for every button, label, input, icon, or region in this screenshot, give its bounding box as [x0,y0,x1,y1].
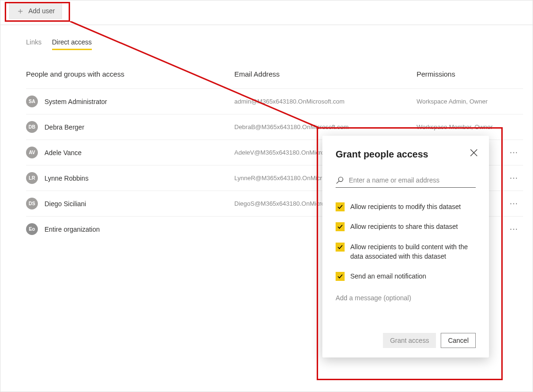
tab-links[interactable]: Links [26,38,42,50]
checkbox[interactable] [336,243,345,252]
user-name: Entire organization [44,226,100,233]
table-row: SASystem Administratoradmin@M365x643180.… [26,88,523,114]
checkbox[interactable] [336,272,345,281]
more-options-button[interactable]: ··· [510,226,518,233]
table-header: People and groups with access Email Addr… [26,64,523,88]
permission-text: Workspace Admin, Owner [417,98,488,105]
dialog-title: Grant people access [336,149,476,160]
tabs: Links Direct access [26,38,92,50]
cell-permissions: Workspace Member, Owner [417,123,523,131]
cell-name: DBDebra Berger [26,121,234,133]
checkmark-icon [337,204,343,210]
permission-text: Workspace Member, Owner [417,123,493,131]
header-permissions: Permissions [417,70,523,78]
cell-name: DSDiego Siciliani [26,198,234,209]
more-options-button[interactable]: ··· [510,200,518,208]
checkbox-row: Allow recipients to modify this dataset [336,202,476,211]
tab-direct-access[interactable]: Direct access [52,38,92,50]
cell-name: SASystem Administrator [26,96,234,107]
checkbox-label: Allow recipients to build content with t… [350,242,476,261]
close-button[interactable] [470,149,478,158]
cell-email: admin@M365x643180.OnMicrosoft.com [234,98,417,105]
cancel-button[interactable]: Cancel [441,333,476,348]
header-email: Email Address [234,70,417,78]
cell-permissions: Workspace Admin, Owner [417,98,523,105]
avatar: DB [26,121,38,133]
checkbox-label: Allow recipients to share this dataset [350,222,458,231]
search-icon [336,176,344,184]
toolbar: ＋ Add user [0,0,533,25]
add-user-button[interactable]: ＋ Add user [9,2,62,19]
checkmark-icon [337,244,343,250]
cell-name: LRLynne Robbins [26,172,234,184]
more-options-button[interactable]: ··· [510,149,518,157]
avatar: AV [26,147,38,158]
user-name: Lynne Robbins [44,174,89,182]
grant-access-button[interactable]: Grant access [383,333,436,348]
recipient-input[interactable] [349,176,476,184]
checkbox-label: Send an email notification [350,271,426,281]
dialog-footer: Grant access Cancel [336,333,476,348]
grant-access-dialog: Grant people access Allow recipients to … [322,136,489,357]
checkbox[interactable] [336,222,345,231]
user-name: Debra Berger [44,123,84,131]
checkmark-icon [337,224,343,230]
cell-name: AVAdele Vance [26,147,234,158]
app-frame: ＋ Add user Links Direct access People an… [0,0,533,392]
checkbox-row: Allow recipients to build content with t… [336,242,476,261]
cell-name: EoEntire organization [26,223,234,235]
header-name: People and groups with access [26,70,234,78]
user-name: Diego Siciliani [44,200,86,208]
user-name: Adele Vance [44,149,81,157]
svg-line-1 [337,181,339,183]
message-input[interactable]: Add a message (optional) [336,294,476,302]
checkbox-row: Send an email notification [336,271,476,281]
add-user-label: Add user [28,7,55,15]
plus-icon: ＋ [16,7,25,15]
checkbox-list: Allow recipients to modify this datasetA… [336,202,476,281]
avatar: SA [26,96,38,107]
svg-point-0 [338,177,343,182]
checkbox-label: Allow recipients to modify this dataset [350,202,461,211]
checkbox-row: Allow recipients to share this dataset [336,222,476,231]
avatar: Eo [26,223,38,235]
more-options-button[interactable]: ··· [510,174,518,182]
user-name: System Administrator [44,98,107,105]
close-icon [470,149,478,157]
search-row [336,176,476,188]
avatar: LR [26,172,38,184]
cell-email: DebraB@M365x643180.OnMicrosoft.com [234,123,417,131]
checkmark-icon [337,273,343,279]
checkbox[interactable] [336,202,345,211]
avatar: DS [26,198,38,209]
